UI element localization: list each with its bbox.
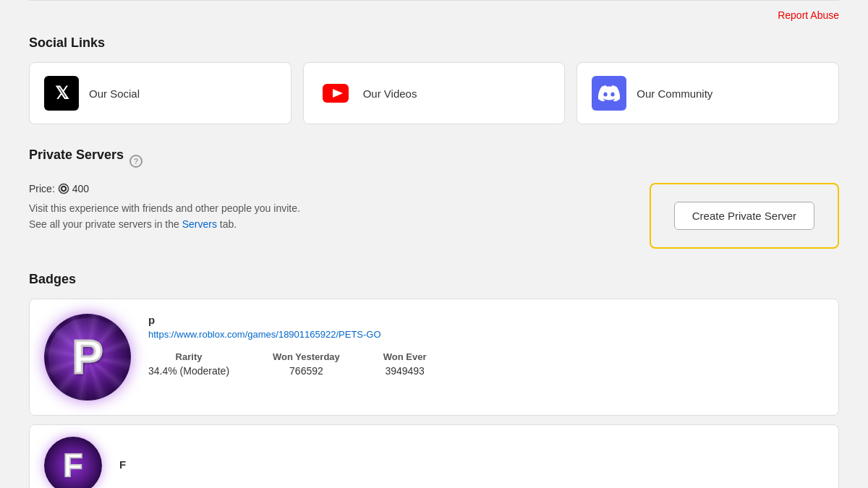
x-letter: 𝕏 — [55, 85, 69, 102]
youtube-label: Our Videos — [363, 87, 417, 100]
desc-line1: Visit this experience with friends and o… — [29, 202, 300, 214]
social-links-grid: 𝕏 Our Social Our Videos — [29, 62, 839, 124]
badge-stat-won-yesterday: Won Yesterday 766592 — [273, 351, 340, 377]
social-links-title: Social Links — [29, 35, 839, 51]
top-divider — [29, 0, 839, 1]
discord-logo-icon — [598, 85, 620, 101]
badge-url-p[interactable]: https://www.roblox.com/games/18901165922… — [148, 329, 824, 340]
badge-name-f: F — [119, 458, 824, 471]
badges-section: Badges P p https://www.roblox.com/games/… — [29, 272, 839, 488]
robux-icon — [58, 183, 69, 194]
social-card-discord[interactable]: Our Community — [576, 62, 839, 124]
badge-letter-p: P — [72, 330, 103, 384]
discord-icon-container — [592, 76, 626, 111]
won-yesterday-label: Won Yesterday — [273, 351, 340, 362]
badge-stat-rarity: Rarity 34.4% (Moderate) — [148, 351, 229, 377]
private-servers-title: Private Servers — [29, 147, 124, 163]
create-private-server-button[interactable]: Create Private Server — [674, 202, 814, 230]
badge-info-f: F — [119, 458, 824, 474]
private-servers-section: Private Servers ? Price: 400 — [29, 147, 839, 249]
rarity-label: Rarity — [148, 351, 229, 362]
badge-card-f: F F — [29, 424, 839, 488]
create-server-box: Create Private Server — [650, 183, 839, 249]
badge-stats-p: Rarity 34.4% (Moderate) Won Yesterday 76… — [148, 351, 824, 377]
badge-stat-won-ever: Won Ever 3949493 — [383, 351, 427, 377]
won-yesterday-value: 766592 — [273, 365, 340, 377]
badge-card-p: P p https://www.roblox.com/games/1890116… — [29, 299, 839, 416]
desc-line2-start: See all your private servers in the — [29, 218, 179, 230]
private-servers-description: Visit this experience with friends and o… — [29, 200, 621, 233]
private-servers-info: Price: 400 Visit this experience with fr… — [29, 183, 621, 233]
youtube-icon-container — [318, 76, 353, 111]
social-card-youtube[interactable]: Our Videos — [303, 62, 566, 124]
twitter-label: Our Social — [89, 87, 140, 100]
private-servers-help-icon[interactable]: ? — [129, 155, 142, 168]
badge-image-f: F — [44, 437, 102, 488]
badge-image-p: P — [44, 314, 131, 401]
won-ever-value: 3949493 — [383, 365, 427, 377]
servers-tab-link[interactable]: Servers — [182, 218, 217, 230]
social-card-twitter[interactable]: 𝕏 Our Social — [29, 62, 292, 124]
badges-title: Badges — [29, 272, 839, 287]
social-links-section: Social Links 𝕏 Our Social Our Videos — [29, 35, 839, 124]
youtube-play-icon — [323, 84, 349, 103]
report-abuse-link[interactable]: Report Abuse — [778, 9, 839, 21]
desc-line2-end: tab. — [220, 218, 237, 230]
discord-label: Our Community — [637, 87, 712, 100]
price-label: Price: — [29, 183, 55, 194]
svg-point-4 — [62, 187, 65, 190]
badge-info-p: p https://www.roblox.com/games/189011659… — [148, 314, 824, 377]
price-amount: 400 — [72, 183, 89, 194]
help-question-mark: ? — [134, 157, 139, 166]
twitter-icon: 𝕏 — [44, 76, 79, 111]
rarity-value: 34.4% (Moderate) — [148, 365, 229, 377]
badge-letter-f: F — [64, 448, 83, 484]
won-ever-label: Won Ever — [383, 351, 427, 362]
badge-name-p: p — [148, 314, 824, 326]
